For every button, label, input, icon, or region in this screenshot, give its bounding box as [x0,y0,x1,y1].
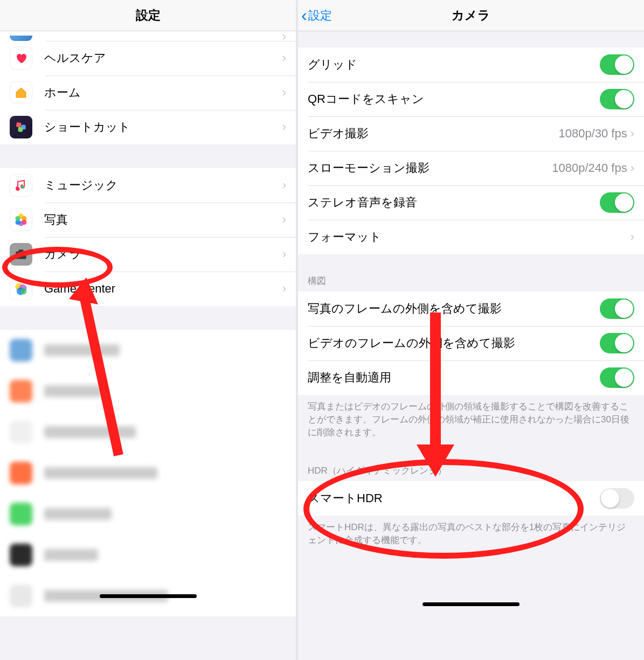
chevron-right-icon: › [282,213,286,227]
chevron-right-icon: › [282,282,286,296]
svg-rect-13 [19,249,24,252]
row-label: スマートHDR [308,490,600,506]
row-label: ビデオのフレームの外側を含めて撮影 [308,335,600,351]
camera-section-composition: 写真のフレームの外側を含めて撮影 ビデオのフレームの外側を含めて撮影 調整を自動… [298,291,644,395]
row-value: 1080p/30 fps [558,127,627,141]
home-indicator[interactable] [100,594,197,598]
chevron-right-icon: › [631,127,634,141]
gamecenter-icon [10,277,32,300]
row-photos[interactable]: 写真 › [0,203,296,237]
row-label: スローモーション撮影 [308,160,552,176]
row-label: QRコードをスキャン [308,91,600,107]
row-label: ビデオ撮影 [308,126,558,142]
row-label: 写真 [44,212,282,228]
home-indicator[interactable] [423,602,520,606]
toggle-switch[interactable] [600,89,634,109]
svg-rect-0 [16,122,22,128]
back-label: 設定 [308,8,332,24]
photos-icon [10,209,32,231]
row-value: 1080p/240 fps [552,161,627,175]
section-footer-composition: 写真またはビデオのフレームの外側の領域を撮影することで構図を改善することができま… [298,395,644,444]
row-format[interactable]: フォーマット › [298,220,644,254]
row-label: グリッド [308,57,600,73]
camera-section-hdr: スマートHDR [298,481,644,516]
music-icon [10,174,32,197]
safari-icon [10,36,32,41]
toggle-switch[interactable] [600,192,634,213]
blurred-row [0,453,296,494]
back-button[interactable]: ‹ 設定 [301,0,332,31]
header: ‹ 設定 カメラ [298,0,644,31]
row-shortcuts[interactable]: ショートカット › [0,110,296,144]
camera-settings-screen: ‹ 設定 カメラ グリッド QRコードをスキャン ビデオ撮影 1080p/30 … [298,0,644,660]
row-grid[interactable]: グリッド [298,47,644,82]
blurred-row [0,330,296,371]
row-health[interactable]: ヘルスケア › [0,41,296,75]
header-title: カメラ [452,7,490,24]
row-stereo[interactable]: ステレオ音声を録音 [298,185,644,220]
shortcuts-icon [10,116,32,138]
blurred-row [0,371,296,412]
blurred-row [0,534,296,575]
row-auto-adjust[interactable]: 調整を自動適用 [298,360,644,395]
toggle-switch[interactable] [600,298,634,319]
row-label: ショートカット [44,119,282,135]
chevron-left-icon: ‹ [301,5,307,25]
blurred-row [0,494,296,534]
row-label: 写真のフレームの外側を含めて撮影 [308,301,600,317]
row-gamecenter[interactable]: Game Center › [0,272,296,306]
svg-point-17 [20,288,27,295]
chevron-right-icon: › [282,86,286,100]
section-header-hdr: HDR（ハイダイナミックレンジ） [298,460,644,481]
section-header-composition: 構図 [298,270,644,291]
chevron-right-icon: › [631,161,634,175]
home-icon [10,81,32,104]
toggle-switch[interactable] [600,488,634,509]
camera-icon [10,243,32,266]
camera-section-1: グリッド QRコードをスキャン ビデオ撮影 1080p/30 fps › スロー… [298,47,644,254]
row-label: ステレオ音声を録音 [308,194,600,211]
row-label: フォーマット [308,229,631,245]
row-music[interactable]: ミュージック › [0,168,296,203]
toggle-switch[interactable] [600,54,634,75]
row-smart-hdr[interactable]: スマートHDR [298,481,644,516]
row-slomo[interactable]: スローモーション撮影 1080p/240 fps › [298,151,644,185]
row-camera[interactable]: カメラ › [0,237,296,272]
row-label: ヘルスケア [44,50,282,66]
row-video-outside[interactable]: ビデオのフレームの外側を含めて撮影 [298,326,644,360]
settings-group-2: ミュージック › 写真 › [0,168,296,306]
row-label: カメラ [44,246,282,262]
partial-prev-row: › [0,31,296,41]
health-icon [10,47,32,70]
row-label: ホーム [44,85,282,101]
chevron-right-icon: › [282,51,286,65]
toggle-switch[interactable] [600,333,634,353]
settings-main-screen: 設定 › ヘルスケア › ホーム › [0,0,298,660]
chevron-right-icon: › [282,247,286,261]
svg-rect-2 [18,127,23,132]
header-title: 設定 [136,7,161,24]
blurred-apps-group [0,330,296,616]
row-video[interactable]: ビデオ撮影 1080p/30 fps › [298,116,644,151]
chevron-right-icon: › [631,230,634,244]
toggle-switch[interactable] [600,367,634,388]
chevron-right-icon: › [282,120,286,134]
svg-point-10 [16,216,20,221]
svg-point-4 [21,185,24,189]
svg-point-12 [19,253,24,258]
section-footer-hdr: スマートHDRは、異なる露出の写真のベストな部分を1枚の写真にインテリジェントに… [298,516,644,552]
row-label: ミュージック [44,177,282,193]
row-qr[interactable]: QRコードをスキャン [298,82,644,116]
blurred-row [0,412,296,453]
header: 設定 [0,0,296,31]
chevron-right-icon: › [282,178,286,192]
row-photo-outside[interactable]: 写真のフレームの外側を含めて撮影 [298,291,644,326]
row-home[interactable]: ホーム › [0,75,296,110]
settings-group-1: ヘルスケア › ホーム › ショートカット › [0,41,296,144]
svg-point-3 [16,187,19,190]
row-label: 調整を自動適用 [308,370,600,386]
row-label: Game Center [44,282,282,296]
